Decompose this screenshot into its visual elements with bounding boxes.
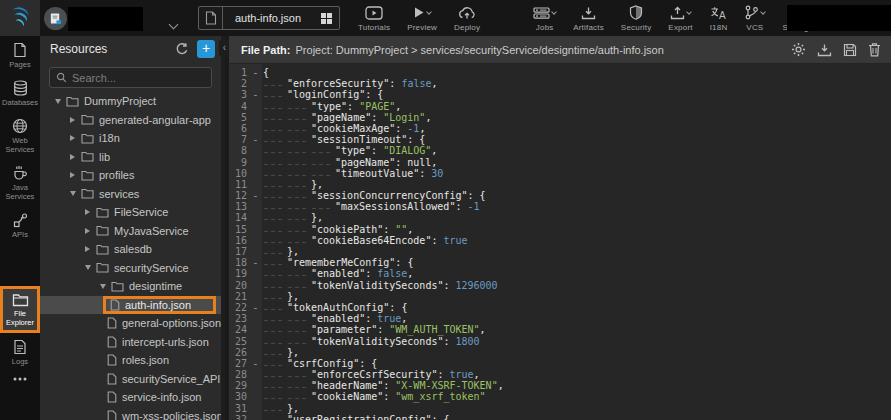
- sidebar-item-databases[interactable]: Databases: [0, 74, 40, 112]
- code-line-20[interactable]: 20"tokenValiditySeconds": 1296000: [229, 280, 891, 291]
- tree-item-i18n[interactable]: i18n: [40, 129, 221, 148]
- tree-item-designtime[interactable]: designtime: [40, 277, 221, 296]
- tree-item-service-info-json[interactable]: service-info.json: [40, 388, 221, 407]
- chevron-expanded-icon[interactable]: [100, 284, 111, 289]
- tree-item-salesdb[interactable]: salesdb: [40, 240, 221, 259]
- code-line-9[interactable]: 9"pageName": null,: [229, 157, 891, 168]
- code-line-24[interactable]: 24"parameter": "WM_AUTH_TOKEN",: [229, 324, 891, 335]
- tree-item-services[interactable]: services: [40, 185, 221, 204]
- code-line-6[interactable]: 6"cookieMaxAge": -1,: [229, 123, 891, 134]
- chevron-collapsed-icon[interactable]: [85, 228, 96, 234]
- code-line-23[interactable]: 23"enabled": true,: [229, 313, 891, 324]
- sidebar-item-web-services[interactable]: Web Services: [0, 112, 40, 159]
- chevron-collapsed-icon[interactable]: [70, 117, 81, 123]
- code-line-11[interactable]: 11},: [229, 179, 891, 190]
- tree-item-intercept-urls-json[interactable]: intercept-urls.json: [40, 333, 221, 352]
- download-button[interactable]: [817, 43, 832, 57]
- code-line-12[interactable]: 12-"sessionConcurrencyConfig": {: [229, 190, 891, 201]
- chevron-collapsed-icon[interactable]: [70, 154, 81, 160]
- tree-item-roles-json[interactable]: roles.json: [40, 351, 221, 370]
- chevron-collapsed-icon[interactable]: [70, 172, 81, 178]
- open-file-tab[interactable]: auth-info.json: [198, 6, 340, 30]
- sidebar-item-java-services[interactable]: Java Services: [0, 159, 40, 206]
- code-line-13[interactable]: 13"maxSessionsAllowed": -1: [229, 201, 891, 212]
- tree-item-lib[interactable]: lib: [40, 148, 221, 167]
- chevron-down-icon[interactable]: [761, 9, 767, 15]
- fold-toggle-icon[interactable]: -: [249, 67, 262, 78]
- topbar-jobs-button[interactable]: Jobs: [533, 4, 556, 32]
- topbar-export-button[interactable]: Export: [668, 4, 692, 32]
- code-line-8[interactable]: 8"type": "DIALOG",: [229, 145, 891, 156]
- sidebar-item-apis[interactable]: APIs: [0, 206, 40, 244]
- chevron-collapsed-icon[interactable]: [70, 135, 81, 141]
- settings-button[interactable]: [791, 42, 806, 57]
- chevron-collapsed-icon[interactable]: [85, 209, 96, 215]
- topbar-preview-button[interactable]: Preview: [407, 4, 437, 32]
- project-avatar[interactable]: [44, 7, 67, 30]
- fold-toggle-icon[interactable]: -: [249, 134, 262, 145]
- code-line-27[interactable]: 27-"csrfConfig": {: [229, 358, 891, 369]
- tree-item-auth-info-json[interactable]: auth-info.json: [40, 296, 221, 315]
- topbar-vcs-button[interactable]: VCS: [744, 4, 765, 32]
- search-input[interactable]: [72, 72, 202, 84]
- chevron-down-icon[interactable]: [426, 9, 432, 15]
- tree-item-generated-angular-app[interactable]: generated-angular-app: [40, 111, 221, 130]
- chevron-down-icon[interactable]: [170, 14, 177, 32]
- tree-item-securityservice[interactable]: securityService: [40, 259, 221, 278]
- code-line-5[interactable]: 5"pageName": "Login",: [229, 112, 891, 123]
- code-line-17[interactable]: 17},: [229, 246, 891, 257]
- topbar-i18n-button[interactable]: AI18N: [710, 4, 728, 32]
- code-line-25[interactable]: 25"tokenValiditySeconds": 1800: [229, 336, 891, 347]
- sidebar-item-pages[interactable]: Pages: [0, 36, 40, 74]
- topbar-security-button[interactable]: Security: [621, 4, 652, 32]
- delete-button[interactable]: [868, 42, 881, 57]
- add-resource-button[interactable]: +: [197, 40, 215, 58]
- code-line-7[interactable]: 7-"sessionTimeout": {: [229, 134, 891, 145]
- refresh-icon[interactable]: [175, 42, 189, 56]
- code-line-3[interactable]: 3-"loginConfig": {: [229, 89, 891, 100]
- fold-toggle-icon[interactable]: -: [249, 414, 262, 420]
- tree-item-fileservice[interactable]: FileService: [40, 203, 221, 222]
- code-line-29[interactable]: 29"headerName": "X-WM-XSRF-TOKEN",: [229, 380, 891, 391]
- chevron-expanded-icon[interactable]: [55, 99, 66, 104]
- code-line-4[interactable]: 4"type": "PAGE",: [229, 101, 891, 112]
- tree-item-securityservice-api-json[interactable]: securityService_API.json: [40, 370, 221, 389]
- code-line-21[interactable]: 21},: [229, 291, 891, 302]
- fold-toggle-icon[interactable]: -: [249, 302, 262, 313]
- tree-item-profiles[interactable]: profiles: [40, 166, 221, 185]
- save-button[interactable]: [843, 43, 857, 57]
- code-line-16[interactable]: 16"cookieBase64Encode": true: [229, 235, 891, 246]
- wavemaker-logo[interactable]: [0, 0, 40, 36]
- grid-icon[interactable]: [313, 12, 339, 25]
- code-line-14[interactable]: 14},: [229, 212, 891, 223]
- chevron-expanded-icon[interactable]: [70, 191, 81, 196]
- chevron-expanded-icon[interactable]: [85, 265, 96, 270]
- tree-item-general-options-json[interactable]: general-options.json: [40, 314, 221, 333]
- code-line-30[interactable]: 30"cookieName": "wm_xsrf_token": [229, 391, 891, 402]
- code-line-28[interactable]: 28"enforceCsrfSecurity": true,: [229, 369, 891, 380]
- fold-toggle-icon[interactable]: -: [249, 257, 262, 268]
- topbar-tutorials-button[interactable]: Tutorials: [358, 4, 390, 32]
- code-area[interactable]: 1-{2"enforceSecurity": false,3-"loginCon…: [229, 64, 891, 420]
- tree-item-wm-xss-policies-json[interactable]: wm-xss-policies.json: [40, 407, 221, 420]
- topbar-artifacts-button[interactable]: Artifacts: [573, 4, 604, 32]
- sidebar-item-logs[interactable]: Logs: [0, 333, 40, 371]
- topbar-deploy-button[interactable]: Deploy: [454, 4, 480, 32]
- chevron-down-icon[interactable]: [551, 9, 557, 15]
- code-line-18[interactable]: 18-"rememberMeConfig": {: [229, 257, 891, 268]
- fold-toggle-icon[interactable]: -: [249, 358, 262, 369]
- sidebar-item-more[interactable]: [0, 371, 40, 386]
- code-line-22[interactable]: 22-"tokenAuthConfig": {: [229, 302, 891, 313]
- code-line-31[interactable]: 31},: [229, 403, 891, 414]
- code-line-1[interactable]: 1-{: [229, 67, 891, 78]
- code-line-19[interactable]: 19"enabled": false,: [229, 268, 891, 279]
- code-line-32[interactable]: 32-"userRegistrationConfig": {: [229, 414, 891, 420]
- chevron-down-icon[interactable]: [686, 9, 692, 15]
- chevron-collapsed-icon[interactable]: [85, 246, 96, 252]
- code-line-10[interactable]: 10"timeoutValue": 30: [229, 168, 891, 179]
- sidebar-item-file-explorer[interactable]: File Explorer: [0, 286, 40, 333]
- code-line-15[interactable]: 15"cookiePath": "",: [229, 224, 891, 235]
- tree-item-dummyproject[interactable]: DummyProject: [40, 92, 221, 111]
- code-line-26[interactable]: 26},: [229, 347, 891, 358]
- code-line-2[interactable]: 2"enforceSecurity": false,: [229, 78, 891, 89]
